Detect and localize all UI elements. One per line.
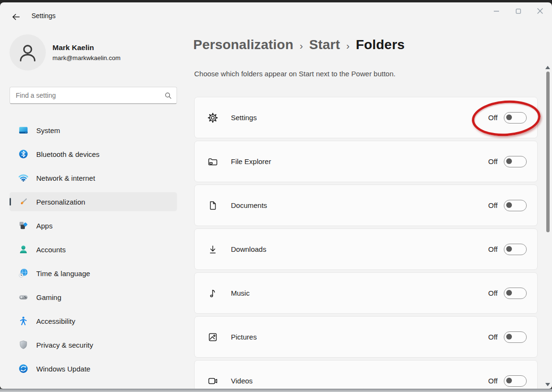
sidebar-item-windows-update[interactable]: Windows Update xyxy=(10,359,177,378)
search-box xyxy=(10,87,177,104)
sidebar-item-label: Privacy & security xyxy=(36,341,93,349)
apps-icon xyxy=(18,220,29,231)
breadcrumb-folders: Folders xyxy=(356,37,405,52)
profile-name: Mark Kaelin xyxy=(52,43,94,52)
sidebar-item-gaming[interactable]: Gaming xyxy=(10,288,177,307)
toggle-state-label: Off xyxy=(488,377,498,385)
back-button[interactable] xyxy=(9,10,23,23)
settings-gear-icon xyxy=(207,112,219,124)
sidebar-item-bluetooth-devices[interactable]: Bluetooth & devices xyxy=(10,144,177,164)
videos-folder-toggle[interactable] xyxy=(504,375,527,387)
breadcrumb-personalization[interactable]: Personalization xyxy=(193,37,293,52)
sidebar-nav: System Bluetooth & devices Network & int… xyxy=(10,121,177,383)
sidebar-item-label: Personalization xyxy=(36,198,85,206)
file-explorer-folder-toggle[interactable] xyxy=(504,156,527,167)
folder-row-documents: Documents Off xyxy=(194,185,538,226)
music-folder-toggle[interactable] xyxy=(504,288,527,299)
toggle-knob xyxy=(506,334,512,340)
toggle-state-label: Off xyxy=(488,245,498,253)
profile-email: mark@markwkaelin.com xyxy=(52,54,121,62)
downloads-folder-toggle[interactable] xyxy=(504,244,527,255)
folder-row-music: Music Off xyxy=(194,272,538,314)
network-icon xyxy=(18,173,29,183)
accessibility-icon xyxy=(18,316,29,326)
chevron-right-icon: › xyxy=(346,39,350,52)
settings-folder-toggle[interactable] xyxy=(504,112,527,124)
avatar[interactable] xyxy=(10,34,46,71)
search-icon xyxy=(165,92,172,99)
time-language-icon xyxy=(18,268,29,279)
documents-folder-toggle[interactable] xyxy=(504,200,527,211)
scrollbar-down-arrow[interactable] xyxy=(545,383,550,386)
picture-icon xyxy=(207,331,219,343)
close-button[interactable] xyxy=(529,3,551,19)
windows-update-icon xyxy=(18,363,29,374)
sidebar-item-label: Accessibility xyxy=(36,317,75,325)
folder-row-videos: Videos Off xyxy=(194,360,538,389)
sidebar-item-time-language[interactable]: Time & language xyxy=(10,264,177,283)
scrollbar-thumb[interactable] xyxy=(546,72,550,232)
folder-row-downloads: Downloads Off xyxy=(194,228,538,270)
toggle-state-label: Off xyxy=(488,157,498,165)
breadcrumb-start[interactable]: Start xyxy=(309,37,340,52)
sidebar-item-apps[interactable]: Apps xyxy=(10,216,177,235)
folder-row-file-explorer: File Explorer Off xyxy=(194,141,538,182)
maximize-button[interactable] xyxy=(507,3,529,19)
toggle-knob xyxy=(506,158,512,164)
sidebar-item-accounts[interactable]: Accounts xyxy=(10,240,177,259)
accounts-icon xyxy=(18,244,29,255)
row-label: Videos xyxy=(231,377,253,385)
page-description: Choose which folders appear on Start nex… xyxy=(194,70,396,78)
toggle-knob xyxy=(506,202,512,208)
sidebar-item-network-internet[interactable]: Network & internet xyxy=(10,168,177,187)
document-icon xyxy=(207,200,219,211)
person-icon xyxy=(17,41,39,63)
folder-row-pictures: Pictures Off xyxy=(194,316,538,358)
window-controls xyxy=(485,3,551,19)
toggle-state-label: Off xyxy=(488,333,498,341)
window-bottom-edge xyxy=(0,389,552,392)
arrow-left-icon xyxy=(12,13,20,21)
sidebar-item-label: Time & language xyxy=(36,269,90,278)
sidebar-item-label: System xyxy=(36,126,60,134)
folder-row-settings: Settings Off xyxy=(194,97,538,138)
privacy-security-icon xyxy=(18,340,29,350)
row-label: Settings xyxy=(231,113,257,122)
sidebar-item-label: Network & internet xyxy=(36,174,95,182)
sidebar-item-label: Accounts xyxy=(36,246,66,254)
breadcrumb: Personalization › Start › Folders xyxy=(193,37,405,52)
sidebar-item-system[interactable]: System xyxy=(10,121,177,140)
gaming-icon xyxy=(18,292,29,302)
search-input[interactable] xyxy=(15,91,165,100)
row-label: Music xyxy=(231,289,250,297)
toggle-knob xyxy=(506,114,512,120)
sidebar-item-label: Gaming xyxy=(36,293,62,301)
music-note-icon xyxy=(207,288,219,299)
window-title: Settings xyxy=(31,12,56,20)
sidebar-item-accessibility[interactable]: Accessibility xyxy=(10,311,177,330)
chevron-right-icon: › xyxy=(300,39,303,52)
toggle-knob xyxy=(506,290,512,296)
download-arrow-icon xyxy=(207,244,219,255)
toggle-knob xyxy=(506,378,512,383)
toggle-state-label: Off xyxy=(488,201,498,209)
sidebar-item-label: Windows Update xyxy=(36,365,90,373)
toggle-state-label: Off xyxy=(488,113,498,122)
settings-window: Settings Mark Kaelin mark@markwkaelin.co… xyxy=(0,2,552,389)
scrollbar-up-arrow[interactable] xyxy=(545,66,550,69)
minimize-button[interactable] xyxy=(485,3,507,19)
row-label: Downloads xyxy=(231,245,266,253)
system-icon xyxy=(18,125,29,135)
pictures-folder-toggle[interactable] xyxy=(504,331,527,343)
personalization-icon xyxy=(18,196,29,207)
toggle-state-label: Off xyxy=(488,289,498,297)
sidebar-item-label: Apps xyxy=(36,222,52,230)
bluetooth-icon xyxy=(18,149,29,159)
sidebar-item-privacy-security[interactable]: Privacy & security xyxy=(10,335,177,354)
row-label: File Explorer xyxy=(231,157,271,165)
file-explorer-folder-icon xyxy=(207,156,219,167)
video-camera-icon xyxy=(207,375,219,387)
row-label: Documents xyxy=(231,201,267,209)
sidebar-item-personalization[interactable]: Personalization xyxy=(10,192,177,211)
row-label: Pictures xyxy=(231,333,257,341)
